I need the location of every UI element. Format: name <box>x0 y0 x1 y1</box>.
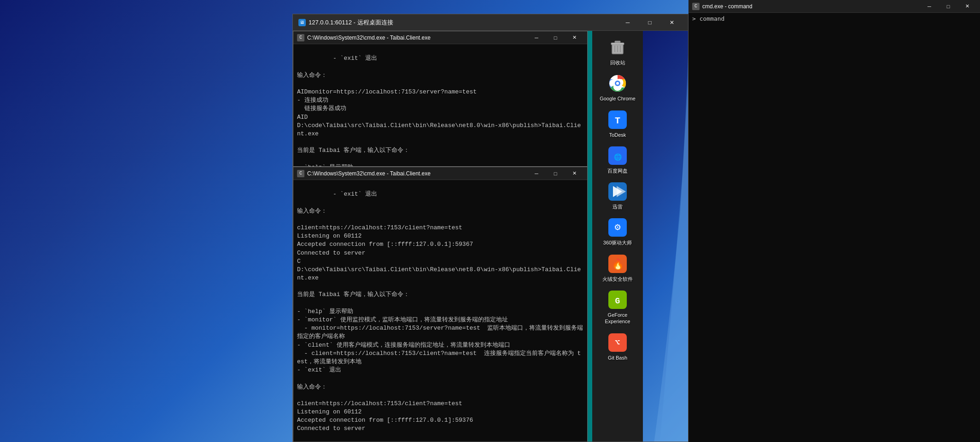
todesk-label: ToDesk <box>609 132 626 138</box>
svg-text:⚙: ⚙ <box>614 222 620 233</box>
cmd2-title: C:\Windows\System32\cmd.exe - Taibai.Cli… <box>307 170 527 177</box>
geforce-label: GeForce Experience <box>599 312 636 325</box>
baidu-label: 百度网盘 <box>607 168 628 174</box>
xunlei-icon <box>607 181 628 202</box>
icon-xunlei[interactable]: 迅雷 <box>597 179 638 213</box>
cmd-window-1: C C:\Windows\System32\cmd.exe - Taibai.C… <box>293 31 588 167</box>
bg-terminal-controls: ─ □ ✕ <box>920 0 976 12</box>
icon-todesk[interactable]: T ToDesk <box>597 107 638 141</box>
remote-desktop-window: 🖥 127.0.0.1:60112 - 远程桌面连接 ─ □ ✕ C C:\Wi… <box>292 14 688 442</box>
xunlei-label: 迅雷 <box>612 204 623 210</box>
remote-desktop-titlebar: 🖥 127.0.0.1:60112 - 远程桌面连接 ─ □ ✕ <box>293 14 688 31</box>
baidu-icon: 🌐 <box>607 145 628 166</box>
bg-terminal-content: > command <box>688 13 980 442</box>
fire-icon: 🔥 <box>607 254 628 274</box>
recycle-bin-icon <box>607 37 628 58</box>
bg-terminal-titlebar: C cmd.exe - command ─ □ ✕ <box>688 0 980 13</box>
svg-text:⌥: ⌥ <box>615 338 620 348</box>
icon-360-driver[interactable]: ⚙ 360驱动大师 <box>597 215 638 249</box>
bg-terminal-close[interactable]: ✕ <box>958 0 976 12</box>
cmd1-close[interactable]: ✕ <box>565 32 583 44</box>
cmd2-minimize[interactable]: ─ <box>527 168 546 180</box>
icon-recycle-bin[interactable]: 回收站 <box>597 35 638 69</box>
bg-terminal-maximize[interactable]: □ <box>939 0 957 12</box>
cmd1-minimize[interactable]: ─ <box>527 32 546 44</box>
cmd1-title: C:\Windows\System32\cmd.exe - Taibai.Cli… <box>307 35 527 41</box>
svg-text:T: T <box>615 116 620 126</box>
icon-huorong-security[interactable]: 🔥 火绒安全软件 <box>597 251 638 285</box>
icon-git-bash[interactable]: ⌥ Git Bash <box>597 330 638 364</box>
rd-close-button[interactable]: ✕ <box>661 15 682 30</box>
rd-win-controls: ─ □ ✕ <box>617 15 682 30</box>
icon-baidu-netdisk[interactable]: 🌐 百度网盘 <box>597 143 638 177</box>
fire-label: 火绒安全软件 <box>602 276 633 282</box>
recycle-bin-label: 回收站 <box>610 59 625 66</box>
cmd2-close[interactable]: ✕ <box>565 168 583 180</box>
cmd1-maximize[interactable]: □ <box>546 32 565 44</box>
svg-rect-2 <box>615 41 620 43</box>
bg-terminal-title: cmd.exe - command <box>702 3 920 10</box>
svg-rect-1 <box>611 43 624 45</box>
svg-point-9 <box>616 82 619 85</box>
bg-terminal-icon: C <box>692 3 700 10</box>
cmd1-titlebar: C C:\Windows\System32\cmd.exe - Taibai.C… <box>293 31 587 44</box>
chrome-icon <box>607 73 628 93</box>
bg-terminal-window: C cmd.exe - command ─ □ ✕ > command <box>688 0 980 442</box>
cmd2-titlebar: C C:\Windows\System32\cmd.exe - Taibai.C… <box>293 167 587 180</box>
cmd-window-2: C C:\Windows\System32\cmd.exe - Taibai.C… <box>293 167 588 442</box>
cmd2-icon: C <box>297 170 304 177</box>
cmd1-controls: ─ □ ✕ <box>527 32 583 44</box>
geforce-icon: G <box>607 290 628 310</box>
rd-minimize-button[interactable]: ─ <box>617 15 638 30</box>
cmd2-maximize[interactable]: □ <box>546 168 565 180</box>
desktop-icons-sidebar: 回收站 Google Ch <box>592 31 643 442</box>
icon-google-chrome[interactable]: Google Chrome <box>597 70 638 105</box>
remote-desktop-icon: 🖥 <box>298 19 306 26</box>
icon-geforce[interactable]: G GeForce Experience <box>597 287 638 328</box>
gitbash-icon: ⌥ <box>607 332 628 353</box>
svg-text:🔥: 🔥 <box>612 258 624 271</box>
cmd1-content: - `exit` 退出 输入命令： AIDmonitor=https://loc… <box>293 44 587 166</box>
360-icon: ⚙ <box>607 217 628 238</box>
gitbash-label: Git Bash <box>608 355 627 361</box>
chrome-label: Google Chrome <box>600 95 636 102</box>
todesk-icon: T <box>607 110 628 130</box>
remote-desktop-content: C C:\Windows\System32\cmd.exe - Taibai.C… <box>293 31 688 442</box>
360-label: 360驱动大师 <box>603 239 632 246</box>
cmd2-content: - `exit` 退出 输入命令： client=https://localho… <box>293 180 587 442</box>
remote-desktop-title: 127.0.0.1:60112 - 远程桌面连接 <box>309 18 617 27</box>
svg-text:G: G <box>615 297 620 306</box>
cmd2-controls: ─ □ ✕ <box>527 168 583 180</box>
svg-text:🌐: 🌐 <box>614 153 622 161</box>
rd-maximize-button[interactable]: □ <box>639 15 660 30</box>
cmd1-icon: C <box>297 34 304 41</box>
bg-terminal-minimize[interactable]: ─ <box>920 0 939 12</box>
